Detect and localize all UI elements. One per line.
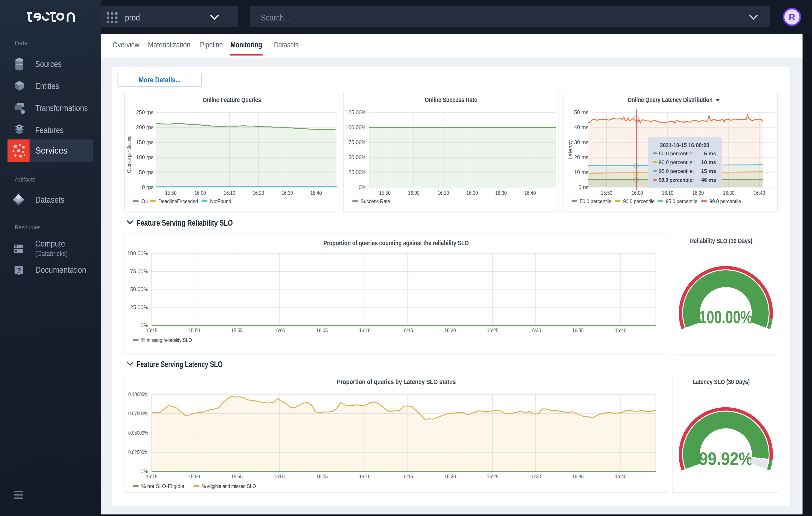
svg-text:16:20: 16:20: [692, 190, 704, 196]
svg-text:15:50: 15:50: [379, 190, 390, 196]
svg-text:150 rps: 150 rps: [136, 139, 154, 145]
svg-text:0.05000%: 0.05000%: [128, 430, 148, 436]
svg-text:16:00: 16:00: [274, 474, 285, 479]
svg-text:% missing reliability SLO: % missing reliability SLO: [141, 337, 192, 343]
svg-text:Latency: Latency: [567, 140, 573, 159]
svg-text:16:20: 16:20: [466, 190, 478, 196]
svg-text:16:10: 16:10: [359, 474, 371, 479]
svg-text:100.00%: 100.00%: [127, 250, 148, 256]
svg-text:Datasets: Datasets: [35, 195, 64, 205]
svg-text:0%: 0%: [358, 184, 366, 190]
svg-text:Features: Features: [35, 126, 63, 135]
svg-text:16:10: 16:10: [662, 190, 673, 196]
svg-text:Queries per Second: Queries per Second: [126, 135, 132, 173]
svg-text:0 rps: 0 rps: [142, 184, 154, 190]
svg-text:15:55: 15:55: [231, 327, 243, 333]
svg-text:46 ms: 46 ms: [701, 177, 716, 183]
svg-text:16:10: 16:10: [359, 327, 371, 333]
svg-text:Entities: Entities: [35, 82, 59, 91]
svg-text:250 rps: 250 rps: [136, 109, 154, 115]
svg-text:16:20: 16:20: [444, 474, 456, 479]
svg-text:15:50: 15:50: [188, 474, 200, 479]
svg-text:0.07500%: 0.07500%: [128, 411, 148, 417]
svg-text:99.0 percentile:: 99.0 percentile:: [659, 177, 694, 183]
svg-text:Pipeline: Pipeline: [200, 40, 223, 49]
svg-text:50.00%: 50.00%: [348, 154, 366, 160]
svg-text:16:40: 16:40: [310, 190, 322, 196]
svg-text:50 rps: 50 rps: [139, 169, 154, 175]
svg-text:40 ms: 40 ms: [574, 124, 588, 130]
svg-text:15:50: 15:50: [601, 190, 612, 196]
svg-text:99.0 percentile: 99.0 percentile: [709, 199, 741, 204]
svg-text:Success Rate: Success Rate: [360, 199, 390, 204]
svg-text:Overview: Overview: [113, 40, 140, 49]
svg-text:50.0 percentile:: 50.0 percentile:: [659, 150, 694, 156]
svg-text:16:25: 16:25: [487, 474, 498, 479]
svg-text:Search...: Search...: [261, 13, 290, 22]
svg-text:50 ms: 50 ms: [574, 109, 588, 115]
svg-text:15:50: 15:50: [165, 190, 177, 196]
svg-text:0.10000%: 0.10000%: [128, 391, 148, 397]
svg-text:16:05: 16:05: [316, 474, 328, 479]
svg-text:Compute: Compute: [35, 239, 65, 248]
svg-text:95.0 percentile:: 95.0 percentile:: [659, 168, 694, 174]
svg-text:Services: Services: [35, 145, 67, 156]
svg-text:16:00: 16:00: [274, 327, 285, 333]
svg-text:15:55: 15:55: [231, 474, 243, 479]
svg-text:16:30: 16:30: [530, 474, 541, 479]
svg-text:200 rps: 200 rps: [136, 124, 154, 130]
svg-text:Online Query Latency Distribut: Online Query Latency Distribution: [628, 96, 713, 103]
svg-text:25.00%: 25.00%: [130, 304, 148, 310]
svg-text:75.00%: 75.00%: [348, 139, 366, 145]
svg-text:90.0 percentile: 90.0 percentile: [623, 199, 655, 204]
svg-text:OK: OK: [141, 199, 149, 204]
svg-text:Artifacts: Artifacts: [15, 176, 35, 183]
svg-text:16:40: 16:40: [524, 190, 536, 196]
svg-text:16:40: 16:40: [615, 474, 627, 479]
svg-text:100.00%: 100.00%: [345, 124, 366, 130]
svg-text:16:10: 16:10: [437, 190, 449, 196]
svg-text:16:30: 16:30: [495, 190, 507, 196]
svg-text:16:15: 16:15: [402, 327, 413, 333]
svg-text:16:00: 16:00: [195, 190, 206, 196]
svg-text:16:40: 16:40: [615, 327, 627, 333]
svg-text:% eligible and missed SLO: % eligible and missed SLO: [202, 483, 256, 489]
svg-text:DeadlineExceeded: DeadlineExceeded: [158, 199, 198, 204]
svg-text:20 ms: 20 ms: [574, 154, 588, 160]
svg-text:50.0 percentile: 50.0 percentile: [580, 199, 611, 204]
svg-text:?: ?: [17, 266, 21, 274]
svg-text:Transformations: Transformations: [35, 103, 88, 113]
svg-text:95.0 percentile: 95.0 percentile: [666, 199, 697, 204]
svg-text:Proportion of queries counting: Proportion of queries counting against t…: [324, 239, 469, 247]
svg-text:Reliability SLO (30 Days): Reliability SLO (30 Days): [690, 237, 753, 244]
svg-text:prod: prod: [125, 13, 140, 22]
svg-text:15 ms: 15 ms: [701, 168, 716, 174]
svg-text:Online Success Rate: Online Success Rate: [425, 96, 477, 103]
svg-text:Data: Data: [15, 40, 28, 47]
svg-text:2021-10-15 16:00:00: 2021-10-15 16:00:00: [660, 142, 709, 149]
svg-text:R: R: [789, 12, 795, 22]
svg-text:15:45: 15:45: [146, 327, 157, 333]
svg-text:Sources: Sources: [35, 60, 61, 69]
svg-text:16:00: 16:00: [632, 190, 643, 196]
svg-text:Materialization: Materialization: [148, 40, 191, 49]
svg-text:Latency SLO (30 Days): Latency SLO (30 Days): [693, 378, 750, 385]
svg-text:Online Feature Queries: Online Feature Queries: [203, 96, 261, 103]
svg-text:More Details...: More Details...: [139, 75, 181, 84]
svg-text:30 ms: 30 ms: [574, 139, 588, 145]
svg-text:16:40: 16:40: [754, 190, 765, 196]
svg-text:(Databricks): (Databricks): [35, 249, 68, 257]
svg-text:15:45: 15:45: [146, 474, 157, 479]
svg-text:16:15: 16:15: [402, 474, 413, 479]
svg-text:0 ns: 0 ns: [579, 184, 588, 190]
svg-text:10 ms: 10 ms: [574, 169, 588, 175]
svg-text:100.00%: 100.00%: [699, 307, 753, 327]
svg-text:90.0 percentile:: 90.0 percentile:: [659, 159, 694, 165]
svg-text:16:20: 16:20: [444, 327, 456, 333]
svg-text:16:10: 16:10: [224, 190, 235, 196]
svg-text:Datasets: Datasets: [274, 40, 299, 49]
svg-text:75.00%: 75.00%: [130, 268, 148, 274]
svg-text:99.92%: 99.92%: [699, 449, 753, 468]
svg-text:Proportion of queries by Laten: Proportion of queries by Latency SLO sta…: [337, 378, 456, 385]
svg-text:Feature Serving Latency SLO: Feature Serving Latency SLO: [137, 360, 223, 369]
